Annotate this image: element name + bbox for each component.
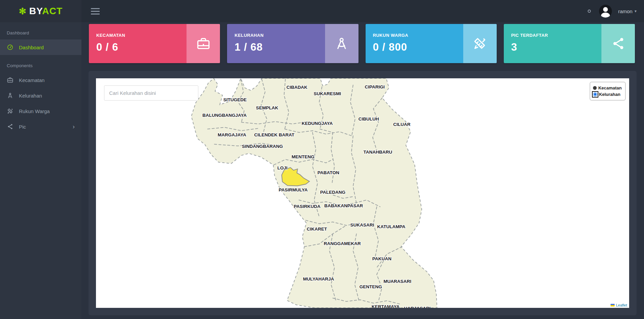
- map-label: MULYAHARJA: [303, 276, 334, 282]
- sidebar-item-dashboard[interactable]: Dashboard: [0, 39, 81, 55]
- map-label: PABATON: [318, 170, 339, 175]
- map-label: HARJASARI: [404, 306, 431, 308]
- map-label: KERTAMAYA: [372, 304, 400, 308]
- brand-text-accent: ACT: [42, 6, 63, 16]
- map-label: MENTENG: [292, 154, 314, 159]
- hamburger-menu-icon[interactable]: [91, 8, 100, 15]
- map-label: KEDUNGJAYA: [302, 121, 333, 126]
- map-label: RANGGAMEKAR: [324, 241, 361, 246]
- user-name: ramon: [618, 8, 633, 14]
- sidebar-item-label: Kecamatan: [19, 77, 45, 83]
- sidebar-section-dashboard: Dashboard: [0, 22, 81, 39]
- sidebar-section-components: Components: [0, 55, 81, 72]
- chevron-down-icon: ▾: [635, 9, 637, 14]
- sidebar-item-label: Pic: [19, 124, 26, 130]
- sidebar-item-kecamatan[interactable]: Kecamatan: [0, 72, 81, 88]
- share-nodes-icon: [601, 24, 635, 63]
- ukraine-flag-icon: [611, 304, 615, 307]
- ruler-pencil-icon: [463, 24, 497, 63]
- card-label: PIC TERDAFTAR: [511, 33, 601, 38]
- snowflake-icon: ✻: [19, 6, 27, 17]
- layer-option-label: Kecamatan: [598, 85, 622, 91]
- card-label: KECAMATAN: [96, 33, 187, 38]
- search-input[interactable]: [104, 85, 198, 101]
- sidebar-item-label: Dashboard: [19, 45, 44, 50]
- user-menu[interactable]: ramon ▾: [618, 8, 637, 14]
- map-label: SINDANGBARANG: [242, 144, 283, 149]
- map-label: LOJI: [277, 165, 288, 170]
- map-label: CILUAR: [393, 122, 411, 127]
- sidebar: ✻ BYACT Dashboard Dashboard Components K…: [0, 0, 81, 319]
- map-label: KATULAMPA: [377, 224, 405, 229]
- map-label: GENTENG: [360, 284, 382, 289]
- map-label: MUARASARI: [383, 279, 411, 284]
- card-value: 0 / 6: [96, 41, 187, 53]
- card-value: 0 / 800: [373, 41, 463, 53]
- map-attribution[interactable]: Leaflet: [609, 302, 629, 308]
- map-geometry: SITUGEDECIBADAKSUKARESMICIPARIGISEMPLAKB…: [96, 78, 629, 308]
- map-label: PASIRKUDA: [294, 204, 320, 209]
- sidebar-item-kelurahan[interactable]: Kelurahan: [0, 88, 81, 103]
- brand-text-primary: BY: [29, 6, 42, 16]
- card-rukun-warga: RUKUN WARGA 0 / 800: [366, 24, 497, 63]
- map-panel: SITUGEDECIBADAKSUKARESMICIPARIGISEMPLAKB…: [89, 71, 637, 315]
- map-label: SEMPLAK: [256, 105, 278, 110]
- sidebar-item-rukun-warga[interactable]: Rukun Warga: [0, 103, 81, 119]
- layer-option-kelurahan[interactable]: Kelurahan: [593, 91, 622, 98]
- gauge-icon: [7, 44, 14, 51]
- card-pic-terdaftar: PIC TERDAFTAR 3: [504, 24, 635, 63]
- layer-option-kecamatan[interactable]: Kecamatan: [593, 85, 622, 91]
- layer-control: Kecamatan Kelurahan: [590, 82, 626, 101]
- map-label: PASIRMULYA: [279, 187, 308, 192]
- stat-cards: KECAMATAN 0 / 6 KELURAHAN 1 / 68 RUKUN W…: [89, 24, 635, 63]
- map-label: PALEDANG: [320, 190, 346, 195]
- map-label: PAKUAN: [372, 256, 392, 261]
- briefcase-icon: [7, 77, 14, 83]
- drafting-compass-icon: [7, 92, 14, 99]
- card-value: 1 / 68: [234, 41, 325, 53]
- theme-sun-icon[interactable]: [586, 7, 593, 15]
- map-label: SUKASARI: [350, 222, 374, 228]
- card-label: KELURAHAN: [234, 33, 325, 38]
- sidebar-item-pic[interactable]: Pic ›: [0, 119, 81, 134]
- map-label: CIBULUH: [358, 116, 379, 122]
- map-label: BABAKANPASAR: [324, 203, 363, 208]
- map-label: SITUGEDE: [223, 97, 247, 102]
- layer-option-label: Kelurahan: [599, 91, 621, 98]
- attribution-label: Leaflet: [616, 303, 627, 307]
- briefcase-icon: [187, 24, 220, 63]
- map-label: CIBADAK: [287, 85, 307, 90]
- map-label: CIPARIGI: [365, 84, 385, 89]
- radio-selected-icon[interactable]: [593, 92, 597, 97]
- sidebar-item-label: Kelurahan: [19, 93, 42, 99]
- card-value: 3: [511, 41, 601, 53]
- sidebar-item-label: Rukun Warga: [19, 108, 50, 114]
- topbar: ramon ▾: [81, 0, 644, 22]
- map-label: TANAHBARU: [363, 150, 392, 155]
- share-nodes-icon: [7, 123, 14, 130]
- map-label: SUKARESMI: [314, 91, 341, 96]
- map-label: CILENDEK BARAT: [254, 132, 295, 137]
- ruler-pencil-icon: [7, 108, 14, 114]
- brand: ✻ BYACT: [0, 0, 81, 22]
- radio-unselected-icon: [593, 86, 597, 90]
- chevron-right-icon: ›: [73, 124, 75, 130]
- drafting-compass-icon: [325, 24, 358, 63]
- avatar[interactable]: [599, 5, 612, 18]
- card-kecamatan: KECAMATAN 0 / 6: [89, 24, 220, 63]
- map-label: CIKARET: [307, 227, 327, 232]
- map-label: MARGAJAYA: [218, 132, 246, 137]
- map-label: BALUNGBANGJAYA: [202, 113, 247, 118]
- card-kelurahan: KELURAHAN 1 / 68: [227, 24, 358, 63]
- card-label: RUKUN WARGA: [373, 33, 463, 38]
- leaflet-map[interactable]: SITUGEDECIBADAKSUKARESMICIPARIGISEMPLAKB…: [96, 78, 629, 308]
